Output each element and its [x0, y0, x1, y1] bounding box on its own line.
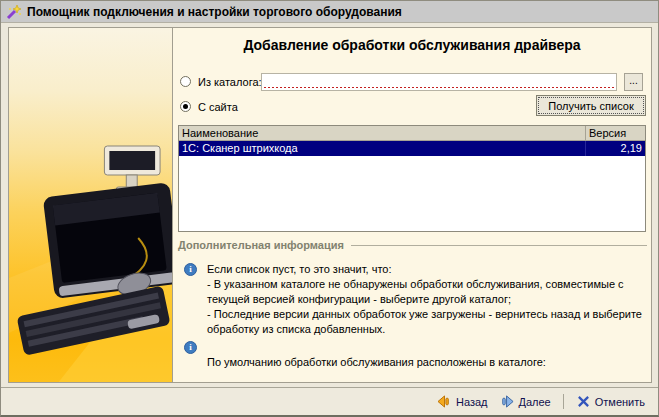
table-row[interactable]: 1С: Сканер штрихкода 2,19 [179, 141, 645, 156]
default-path-caption: По умолчанию обработки обслуживания расп… [207, 356, 546, 368]
column-header-name[interactable]: Наименование [179, 126, 586, 140]
get-list-button[interactable]: Получить список [536, 95, 646, 116]
magic-wand-icon [6, 4, 22, 20]
back-button[interactable]: Назад [432, 393, 493, 410]
step-back-arrow-icon [437, 395, 452, 408]
section-divider-line [351, 245, 647, 246]
cancel-button-label: Отменить [595, 396, 645, 408]
column-header-version[interactable]: Версия [586, 126, 645, 140]
wizard-footer: Назад Далее Отменить [1, 387, 658, 415]
source-row-catalog: Из каталога: ... [173, 73, 651, 93]
cancel-button[interactable]: Отменить [571, 393, 650, 410]
info-icon: i [184, 341, 197, 354]
catalog-path-input[interactable] [261, 73, 617, 91]
pos-computer-art [9, 28, 172, 382]
step-forward-arrow-icon [500, 395, 515, 408]
driver-version-cell: 2,19 [586, 141, 645, 156]
browse-button[interactable]: ... [624, 73, 643, 91]
window-title: Помощник подключения и настройки торгово… [27, 5, 402, 19]
radio-from-catalog[interactable] [180, 76, 191, 87]
additional-info-label: Дополнительная информация [178, 239, 344, 251]
radio-from-site[interactable] [180, 101, 191, 112]
additional-info-section: Дополнительная информация [178, 239, 647, 251]
wizard-page: Добавление обработки обслуживания драйве… [173, 28, 651, 382]
next-button-label: Далее [519, 396, 551, 408]
title-bar: Помощник подключения и настройки торгово… [1, 1, 658, 23]
drivers-table-header: Наименование Версия [179, 126, 645, 141]
empty-list-note-text: Если список пуст, то это значит, что: - … [207, 262, 643, 337]
wizard-body: Добавление обработки обслуживания драйве… [8, 27, 652, 383]
radio-from-site-label[interactable]: С сайта [198, 101, 238, 113]
wizard-window: Помощник подключения и настройки торгово… [0, 0, 659, 417]
pos-computer-illustration [9, 28, 173, 382]
next-button[interactable]: Далее [495, 393, 556, 410]
page-title: Добавление обработки обслуживания драйве… [173, 37, 651, 53]
back-button-label: Назад [456, 396, 488, 408]
info-icon: i [184, 263, 197, 276]
drivers-table: Наименование Версия 1С: Сканер штрихкода… [178, 125, 646, 232]
empty-list-note: i Если список пуст, то это значит, что: … [184, 262, 643, 337]
radio-from-catalog-label[interactable]: Из каталога: [198, 76, 262, 88]
footer-divider [563, 394, 564, 409]
driver-name-cell: 1С: Сканер штрихкода [179, 141, 586, 156]
cancel-x-icon [576, 395, 591, 408]
